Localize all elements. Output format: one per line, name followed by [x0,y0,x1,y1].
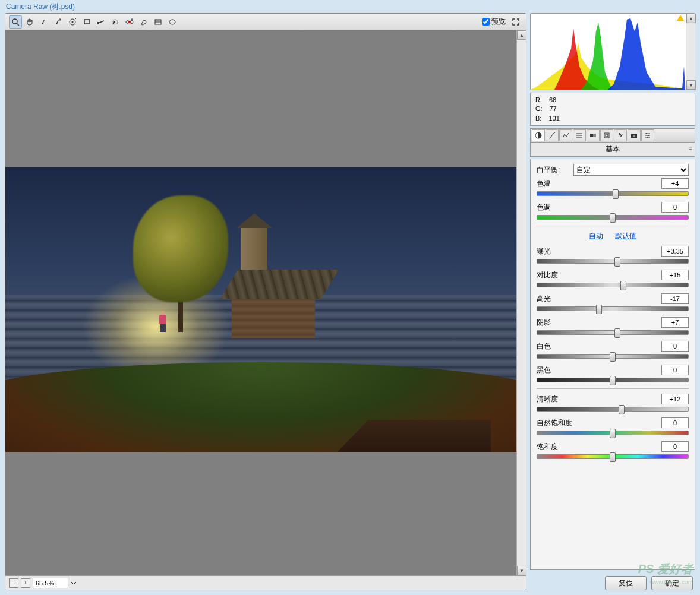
white-balance-select[interactable]: 自定 [573,164,689,176]
g-value: 77 [550,105,557,113]
svg-point-29 [647,137,648,138]
red-eye-tool[interactable] [123,15,136,29]
svg-point-2 [44,20,45,21]
shadows-label: 阴影 [537,318,570,328]
tab-curve[interactable] [546,129,559,141]
highlights-label: 高光 [537,294,570,304]
exposure-value[interactable] [661,246,689,257]
tint-slider[interactable] [537,215,689,220]
tab-fx[interactable]: fx [614,129,627,141]
adjustment-brush-tool[interactable] [137,15,150,29]
blacks-label: 黑色 [537,365,570,375]
exposure-slider[interactable] [537,259,689,264]
status-bar: − + [5,575,526,590]
tab-basic[interactable] [532,129,545,141]
svg-rect-18 [590,134,593,137]
vibrance-slider[interactable] [537,431,689,435]
spot-removal-tool[interactable] [109,15,122,29]
preview-checkbox-label[interactable]: 预览 [482,17,506,27]
shadows-value[interactable] [661,317,689,328]
r-value: 66 [549,96,556,105]
svg-rect-6 [97,22,99,24]
svg-point-28 [648,135,649,136]
contrast-slider[interactable] [537,283,689,287]
tab-presets[interactable] [641,129,654,141]
whites-value[interactable] [661,341,689,352]
camera-raw-window: Camera Raw (树.psd) 预览 [0,0,700,595]
clipping-warning-icon[interactable] [677,15,684,21]
basic-panel: 白平衡: 自定 色温 色调 自动 默认值 [530,159,695,570]
blacks-value[interactable] [661,365,689,375]
blacks-slider[interactable] [537,378,689,382]
ok-button[interactable]: 确定 [651,576,693,590]
vibrance-value[interactable] [661,417,689,428]
tab-detail[interactable] [559,129,572,141]
clarity-value[interactable] [661,394,689,404]
svg-point-13 [169,20,175,24]
highlights-value[interactable] [661,293,689,304]
svg-point-4 [72,21,74,23]
panel-menu-icon[interactable]: ≡ [689,145,692,151]
image-preview-area[interactable]: ▲ ▼ [5,30,526,575]
tab-camera[interactable] [628,129,641,141]
clarity-slider[interactable] [537,407,689,412]
reset-button[interactable]: 复位 [605,576,647,590]
preview-scrollbar[interactable]: ▲ ▼ [516,30,526,575]
tint-value[interactable] [661,202,689,213]
graduated-filter-tool[interactable] [152,15,165,29]
zoom-tool[interactable] [9,15,22,29]
contrast-value[interactable] [661,270,689,280]
toolbar: 预览 [5,14,526,30]
color-sampler-tool[interactable] [52,15,65,29]
zoom-dropdown-icon[interactable] [71,580,77,586]
shadows-slider[interactable] [537,330,689,335]
histogram-scrollbar[interactable]: ▲ ▼ [686,14,695,90]
vibrance-label: 自然饱和度 [537,418,578,428]
b-label: B: [535,114,541,123]
crop-tool[interactable] [80,15,93,29]
highlights-slider[interactable] [537,306,689,311]
tint-label: 色调 [537,202,570,213]
zoom-level-input[interactable] [33,578,68,588]
tab-lens[interactable] [600,129,613,141]
white-balance-label: 白平衡: [537,165,570,175]
tab-hsl[interactable] [573,129,586,141]
zoom-in-button[interactable]: + [21,578,30,588]
svg-rect-19 [593,134,596,137]
straighten-tool[interactable] [94,15,108,29]
radial-filter-tool[interactable] [166,15,179,29]
preview-label-text: 预览 [491,17,506,27]
scroll-down-icon[interactable]: ▼ [517,566,526,575]
zoom-out-button[interactable]: − [9,578,18,588]
temperature-value[interactable] [661,178,689,189]
rgb-readout: R:66 G:77 B:101 [530,93,695,126]
r-label: R: [535,96,542,105]
scroll-up-icon[interactable]: ▲ [686,14,696,23]
svg-rect-20 [604,133,609,138]
svg-point-27 [646,133,647,134]
scroll-up-icon[interactable]: ▲ [517,30,526,40]
preview-checkbox[interactable] [482,18,490,26]
white-balance-tool[interactable] [37,15,51,29]
saturation-value[interactable] [661,441,689,452]
preview-pane: 预览 [5,13,526,590]
exposure-label: 曝光 [537,246,570,257]
saturation-slider[interactable] [537,454,689,459]
auto-link[interactable]: 自动 [589,232,603,240]
temperature-label: 色温 [537,179,570,189]
scroll-down-icon[interactable]: ▼ [686,80,696,90]
temperature-slider[interactable] [537,191,689,196]
targeted-adjustment-tool[interactable] [66,15,79,29]
content-area: 预览 [0,13,700,595]
hand-tool[interactable] [23,15,36,29]
clarity-label: 清晰度 [537,394,570,404]
window-title: Camera Raw (树.psd) [0,0,700,13]
image-canvas [5,167,516,452]
fullscreen-toggle[interactable] [509,15,522,29]
tab-split-tone[interactable] [587,129,600,141]
whites-slider[interactable] [537,354,689,359]
svg-point-9 [128,21,131,23]
default-link[interactable]: 默认值 [615,232,636,240]
svg-point-23 [633,135,635,137]
whites-label: 白色 [537,341,570,352]
